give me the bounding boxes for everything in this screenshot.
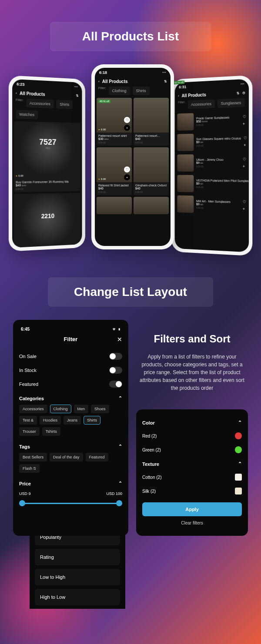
tag-chip[interactable]: Featured bbox=[86, 453, 108, 461]
category-chip[interactable]: Hoodies bbox=[40, 416, 61, 425]
product-title: Relaxed fit Shirt jacket bbox=[98, 184, 130, 187]
product-card[interactable] bbox=[97, 197, 132, 214]
plus-icon[interactable]: + bbox=[124, 125, 130, 131]
chip[interactable]: Watches bbox=[16, 110, 38, 120]
chip[interactable]: Accessories bbox=[187, 100, 214, 109]
chip[interactable]: Shirts bbox=[133, 86, 150, 95]
color-option[interactable]: Green (2) bbox=[142, 443, 242, 457]
chevron-up-icon[interactable]: ⌃ bbox=[238, 461, 242, 467]
product-card[interactable]: Gingham-check Oxford Shirt $40 0.00 (0) bbox=[134, 147, 169, 195]
heart-icon[interactable]: ♡ bbox=[243, 115, 246, 119]
heading-text: All Products List bbox=[50, 30, 211, 43]
price: $30 bbox=[98, 137, 104, 140]
slider-handle-max[interactable] bbox=[116, 500, 122, 506]
texture-option[interactable]: Cotton (2) bbox=[142, 470, 242, 484]
heart-icon[interactable]: ♡ bbox=[243, 157, 246, 162]
chip[interactable]: Clothing bbox=[109, 86, 130, 95]
category-chip[interactable]: Shirts bbox=[84, 416, 100, 425]
tag-chip[interactable]: Flash S bbox=[19, 464, 40, 473]
tag-chip[interactable]: Deal of the day bbox=[50, 453, 83, 461]
plus-icon[interactable]: + bbox=[243, 207, 246, 211]
texture-option[interactable]: Silk (2) bbox=[142, 484, 242, 498]
close-icon[interactable]: ✕ bbox=[117, 336, 122, 343]
filter-icon[interactable]: ⇅ bbox=[76, 94, 79, 98]
list-item[interactable]: 50 % off Prade Game Sunglasses $50$100 0… bbox=[175, 110, 249, 133]
list-item[interactable]: VEITHDIA Polarized Men Pilot Sunglass $9… bbox=[175, 173, 249, 195]
tag-chip[interactable]: Best Sellers bbox=[19, 453, 47, 461]
price-min: USD 9 bbox=[19, 491, 31, 496]
color-option[interactable]: Red (2) bbox=[142, 429, 242, 443]
category-chip[interactable]: Men bbox=[74, 405, 89, 413]
product-image bbox=[134, 147, 169, 182]
product-image: 7527 7821 0.00 bbox=[14, 121, 80, 179]
stock-badge: 0.00 bbox=[98, 178, 106, 180]
category-chip[interactable]: Clothing bbox=[50, 405, 71, 413]
product-title: Gingham-check Oxford Shirt bbox=[135, 184, 167, 187]
status-time: 6:23 bbox=[17, 82, 24, 86]
old-price: $49 bbox=[22, 184, 26, 187]
plus-icon[interactable]: + bbox=[124, 174, 130, 180]
plus-icon[interactable]: + bbox=[243, 164, 246, 169]
chip[interactable]: Shirts bbox=[56, 100, 72, 109]
category-chip[interactable]: Test & bbox=[19, 416, 37, 425]
rating: 0.00 (0) bbox=[196, 206, 240, 210]
category-chip[interactable]: Jeans bbox=[64, 416, 81, 425]
sort-option[interactable]: High to Low bbox=[35, 589, 120, 605]
chip[interactable]: Accessories bbox=[26, 99, 54, 108]
filters-description: Apply from a list of filters to refine y… bbox=[136, 353, 248, 392]
category-chip[interactable]: Tshirts bbox=[42, 427, 60, 436]
price: $9 bbox=[196, 202, 200, 206]
plus-icon[interactable]: + bbox=[243, 122, 246, 126]
chevron-up-icon[interactable]: ⌃ bbox=[238, 420, 242, 425]
heart-icon[interactable]: ♡ bbox=[124, 117, 130, 123]
chevron-up-icon[interactable]: ⌃ bbox=[118, 444, 122, 449]
product-card[interactable]: 0.00 ♡ + Relaxed fit Shirt jacket $40 0.… bbox=[97, 147, 132, 195]
clear-filters-button[interactable]: Clear filters bbox=[142, 516, 242, 530]
product-card[interactable]: 2210 0.00 Black Wearable Garim bbox=[14, 193, 80, 248]
discount-badge: 40 % off bbox=[98, 100, 110, 103]
list-item[interactable]: Ultorn - Jimmy Choo $9$9 0.00 (0) ♡ + bbox=[175, 152, 249, 173]
filter-icon[interactable]: ⇅ bbox=[164, 80, 167, 83]
chip[interactable]: Sunglasses bbox=[218, 98, 245, 108]
product-card[interactable]: 40 % off 0.00 ♡ + Patterned resort shirt… bbox=[97, 98, 132, 146]
filter-icon[interactable]: ⇅ bbox=[237, 91, 240, 95]
back-icon[interactable]: ‹ bbox=[178, 94, 179, 98]
list-item[interactable]: MM Art - Men Sunglasses $9$9 0.00 (0) ♡ … bbox=[175, 194, 249, 216]
page-title: All Products bbox=[20, 91, 74, 98]
apply-button[interactable]: Apply bbox=[142, 502, 242, 516]
back-icon[interactable]: ‹ bbox=[98, 80, 100, 83]
toggle-label: In Stock bbox=[19, 368, 37, 373]
plus-icon[interactable]: + bbox=[244, 143, 247, 147]
rating: 0.00 (0) bbox=[196, 144, 241, 147]
old-price: $9 bbox=[201, 162, 203, 164]
tags-label: Tags bbox=[19, 444, 30, 449]
heading-text: Change List Layout bbox=[48, 285, 213, 299]
category-chip[interactable]: Accessories bbox=[19, 405, 47, 413]
list-item[interactable]: Sun Glasses Square retro Oculos $9$9 0.0… bbox=[175, 131, 249, 153]
chevron-up-icon[interactable]: ⌃ bbox=[118, 481, 122, 486]
sort-option[interactable]: Low to High bbox=[35, 569, 120, 585]
heart-icon[interactable]: ♡ bbox=[124, 166, 130, 173]
price-label: Price bbox=[19, 481, 31, 486]
slider-handle-min[interactable] bbox=[19, 500, 25, 506]
settings-icon[interactable]: ⚙ bbox=[242, 91, 245, 95]
chevron-up-icon[interactable]: ⌃ bbox=[118, 395, 122, 401]
heart-icon[interactable]: ♡ bbox=[244, 136, 247, 140]
phone-right: 6:31 ⋯ ‹ All Products ⇅ ⚙ Filter: Access… bbox=[171, 75, 252, 256]
heart-icon[interactable]: ♡ bbox=[243, 199, 246, 204]
color-label: Green (2) bbox=[142, 448, 161, 452]
toggle-switch[interactable] bbox=[109, 367, 122, 374]
toggle-switch[interactable] bbox=[109, 353, 122, 360]
back-icon[interactable]: ‹ bbox=[16, 91, 17, 95]
product-card[interactable]: 7527 7821 0.00 Buy Garmin Forerunner 35 … bbox=[14, 121, 80, 192]
product-image bbox=[134, 197, 169, 214]
price: $40 bbox=[98, 187, 104, 190]
category-chip[interactable]: Shoes bbox=[91, 405, 109, 413]
category-chips: AccessoriesClothingMenShoesTest &Hoodies… bbox=[19, 405, 122, 439]
toggle-switch[interactable] bbox=[109, 381, 122, 388]
category-chip[interactable]: Trouser bbox=[19, 427, 40, 436]
product-card[interactable] bbox=[134, 197, 169, 214]
toggle-label: On Sale bbox=[19, 354, 37, 359]
price-slider[interactable] bbox=[19, 499, 122, 508]
product-card[interactable]: Patterned resort… $40 0.00 (0) bbox=[134, 98, 169, 146]
